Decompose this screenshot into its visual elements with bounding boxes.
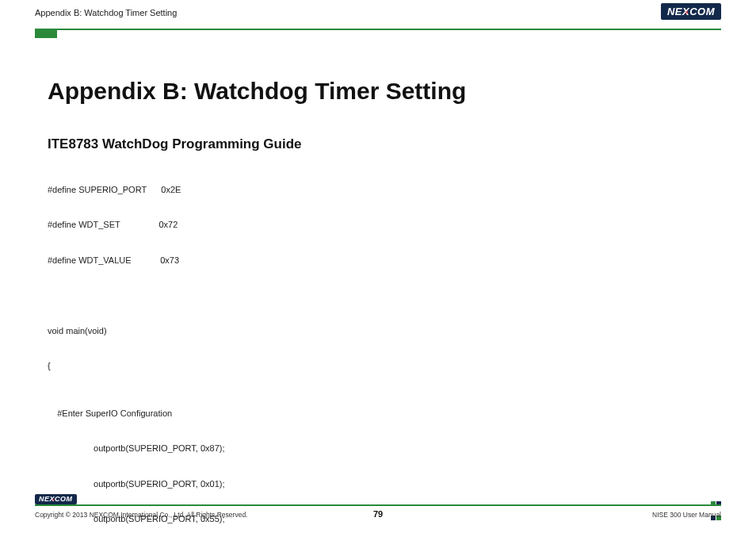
footer-page-number: 79 xyxy=(35,509,721,519)
page-footer: NEXCOM Copyright © 2013 NEXCOM Internati… xyxy=(35,504,721,525)
code-brace-open: { xyxy=(48,360,708,372)
nexcom-logo-icon: NEXCOM xyxy=(661,3,721,20)
page-header: Appendix B: Watchdog Timer Setting NEXCO… xyxy=(35,0,721,30)
header-tab-accent xyxy=(35,30,57,38)
code-stmt: outportb(SUPERIO_PORT, 0x87); xyxy=(48,443,708,454)
footer-brand-logo: NEXCOM xyxy=(35,490,77,504)
brand-logo: NEXCOM xyxy=(661,3,721,20)
code-define: #define WDT_VALUE 0x73 xyxy=(48,255,708,266)
code-blank xyxy=(48,290,708,301)
section-subtitle: ITE8783 WatchDog Programming Guide xyxy=(48,136,708,152)
code-main-decl: void main(void) xyxy=(48,325,708,337)
nexcom-logo-icon: NEXCOM xyxy=(35,494,77,504)
header-section-label: Appendix B: Watchdog Timer Setting xyxy=(35,8,177,17)
code-define: #define WDT_SET 0x72 xyxy=(48,219,708,231)
code-comment: #Enter SuperIO Configuration xyxy=(48,408,708,420)
footer-manual-name: NISE 300 User Manual xyxy=(652,511,721,519)
code-stmt: outportb(SUPERIO_PORT, 0x01); xyxy=(48,478,708,490)
page-title: Appendix B: Watchdog Timer Setting xyxy=(48,78,708,105)
code-listing: #define SUPERIO_PORT 0x2E #define WDT_SE… xyxy=(48,160,708,533)
page-content: Appendix B: Watchdog Timer Setting ITE87… xyxy=(48,30,708,533)
footer-rule: Copyright © 2013 NEXCOM International Co… xyxy=(35,504,721,525)
code-define: #define SUPERIO_PORT 0x2E xyxy=(48,184,708,196)
